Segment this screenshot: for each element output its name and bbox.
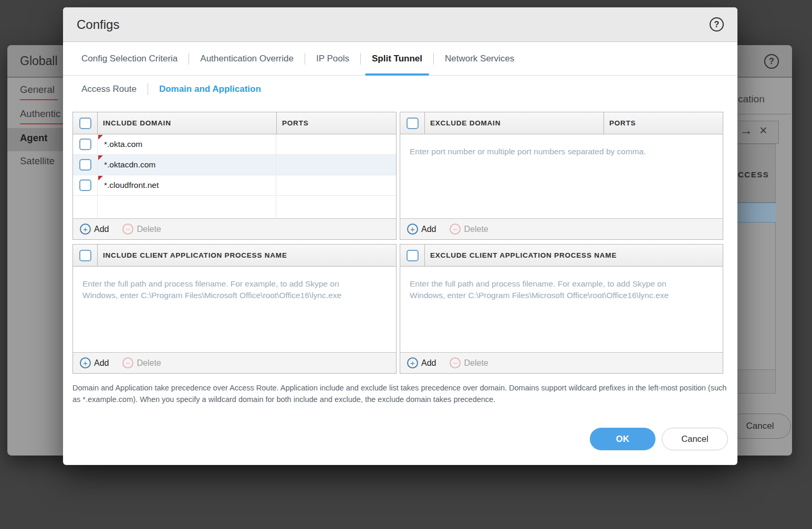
delete-button[interactable]: − Delete	[122, 224, 161, 235]
select-all-checkbox[interactable]	[79, 250, 91, 261]
edited-flag-icon	[98, 155, 103, 160]
plus-circle-icon: +	[80, 357, 91, 368]
subtab-bar: Access Route Domain and Application	[63, 76, 737, 103]
ok-button[interactable]: OK	[590, 428, 655, 450]
sidebar-item-authentication[interactable]: Authentic	[20, 108, 60, 120]
screen: Globall ? General Authentic Agent Satell…	[0, 0, 812, 529]
delete-label: Delete	[137, 225, 161, 234]
include-app-actions: + Add − Delete	[73, 352, 396, 373]
divider	[433, 53, 434, 65]
ports-cell[interactable]	[276, 155, 396, 175]
arrow-right-icon[interactable]: →	[740, 123, 753, 138]
exclude-app-actions: + Add − Delete	[400, 352, 723, 373]
minus-circle-icon: −	[450, 357, 461, 368]
delete-label: Delete	[137, 358, 161, 368]
include-domain-actions: + Add − Delete	[73, 218, 396, 239]
sidebar-item-agent[interactable]: Agent	[20, 132, 47, 144]
background-cancel-button[interactable]: Cancel	[729, 414, 791, 439]
background-tab-fragment: cation	[738, 93, 765, 105]
close-icon[interactable]: ×	[759, 123, 767, 138]
add-button[interactable]: + Add	[407, 224, 436, 235]
subtab-access-route[interactable]: Access Route	[81, 84, 137, 94]
tab-bar: Config Selection Criteria Authentication…	[63, 42, 737, 76]
domain-cell: *.cloudfront.net	[104, 181, 159, 190]
delete-button[interactable]: − Delete	[450, 224, 488, 235]
row-checkbox[interactable]	[79, 159, 91, 171]
include-domain-row[interactable]: *.okta.com	[73, 134, 396, 155]
add-label: Add	[421, 225, 436, 234]
add-button[interactable]: + Add	[407, 357, 436, 368]
exclude-domain-body[interactable]: Enter port number or multiple port numbe…	[400, 134, 723, 218]
plus-circle-icon: +	[407, 224, 418, 235]
tab-split-tunnel[interactable]: Split Tunnel	[372, 42, 422, 75]
exclude-app-header: EXCLUDE CLIENT APPLICATION PROCESS NAME	[400, 245, 723, 267]
exclude-domain-panel: EXCLUDE DOMAIN PORTS Enter port number o…	[400, 112, 723, 240]
help-icon[interactable]: ?	[710, 17, 724, 31]
sidebar-item-satellite[interactable]: Satellite	[20, 155, 55, 167]
error-underline	[20, 123, 65, 124]
add-label: Add	[94, 358, 109, 368]
select-all-checkbox[interactable]	[79, 118, 91, 129]
background-cancel-label: Cancel	[746, 421, 774, 431]
background-column-fragment: CCESS	[738, 170, 769, 179]
help-icon[interactable]: ?	[764, 54, 779, 69]
delete-label: Delete	[464, 225, 488, 234]
add-label: Add	[421, 358, 436, 368]
row-checkbox[interactable]	[79, 179, 91, 191]
exclude-domain-header: EXCLUDE DOMAIN PORTS	[400, 112, 723, 134]
divider	[305, 53, 305, 65]
empty-grid-area	[73, 196, 396, 218]
include-app-panel: INCLUDE CLIENT APPLICATION PROCESS NAME …	[72, 244, 397, 374]
column-header: PORTS	[603, 112, 723, 134]
row-checkbox[interactable]	[79, 139, 91, 150]
column-header: PORTS	[276, 112, 396, 134]
select-all-checkbox[interactable]	[407, 250, 419, 261]
split-tunnel-footnote: Domain and Application take precedence o…	[72, 382, 727, 405]
edited-flag-icon	[98, 176, 103, 181]
tab-config-selection-criteria[interactable]: Config Selection Criteria	[81, 42, 178, 75]
exclude-domain-actions: + Add − Delete	[400, 218, 723, 239]
minus-circle-icon: −	[122, 357, 133, 368]
minus-circle-icon: −	[122, 224, 133, 235]
edited-flag-icon	[98, 135, 103, 140]
configs-dialog: Configs ? Config Selection Criteria Auth…	[63, 7, 737, 465]
delete-button[interactable]: − Delete	[450, 357, 488, 368]
delete-button[interactable]: − Delete	[122, 357, 161, 368]
ports-cell[interactable]	[276, 175, 396, 195]
add-label: Add	[94, 225, 109, 234]
include-app-body[interactable]: Enter the full path and process filename…	[73, 267, 396, 352]
include-domain-row[interactable]: *.oktacdn.com	[73, 155, 396, 175]
tab-network-services[interactable]: Network Services	[445, 42, 514, 75]
domain-cell: *.oktacdn.com	[104, 160, 155, 170]
tab-authentication-override[interactable]: Authentication Override	[200, 42, 294, 75]
add-button[interactable]: + Add	[80, 357, 109, 368]
configs-dialog-header: Configs ?	[63, 7, 737, 42]
sidebar-item-general[interactable]: General	[20, 84, 55, 96]
ports-cell[interactable]	[276, 134, 396, 154]
cancel-button[interactable]: Cancel	[662, 428, 728, 450]
tab-ip-pools[interactable]: IP Pools	[316, 42, 349, 75]
minus-circle-icon: −	[450, 224, 461, 235]
exclude-app-panel: EXCLUDE CLIENT APPLICATION PROCESS NAME …	[400, 244, 723, 374]
select-all-checkbox[interactable]	[407, 118, 419, 129]
column-header: EXCLUDE CLIENT APPLICATION PROCESS NAME	[425, 245, 723, 266]
column-header: EXCLUDE DOMAIN	[425, 112, 603, 134]
include-domain-header: INCLUDE DOMAIN PORTS	[73, 112, 396, 134]
domain-cell: *.okta.com	[104, 140, 142, 149]
include-domain-panel: INCLUDE DOMAIN PORTS *.okta.com *.oktacd…	[72, 112, 397, 240]
subtab-domain-and-application[interactable]: Domain and Application	[159, 84, 261, 94]
error-underline	[20, 99, 58, 100]
column-header: INCLUDE DOMAIN	[98, 112, 276, 134]
placeholder-text: Enter port number or multiple port numbe…	[410, 146, 710, 157]
add-button[interactable]: + Add	[80, 224, 109, 235]
globalprotect-dialog-title: Globall	[20, 54, 58, 68]
exclude-app-body[interactable]: Enter the full path and process filename…	[400, 267, 723, 352]
divider	[189, 53, 189, 65]
include-domain-row[interactable]: *.cloudfront.net	[73, 175, 396, 196]
divider	[360, 53, 361, 65]
placeholder-text: Enter the full path and process filename…	[82, 278, 351, 301]
plus-circle-icon: +	[80, 224, 91, 235]
dialog-title: Configs	[77, 17, 119, 32]
cancel-label: Cancel	[681, 434, 708, 444]
delete-label: Delete	[464, 358, 488, 368]
